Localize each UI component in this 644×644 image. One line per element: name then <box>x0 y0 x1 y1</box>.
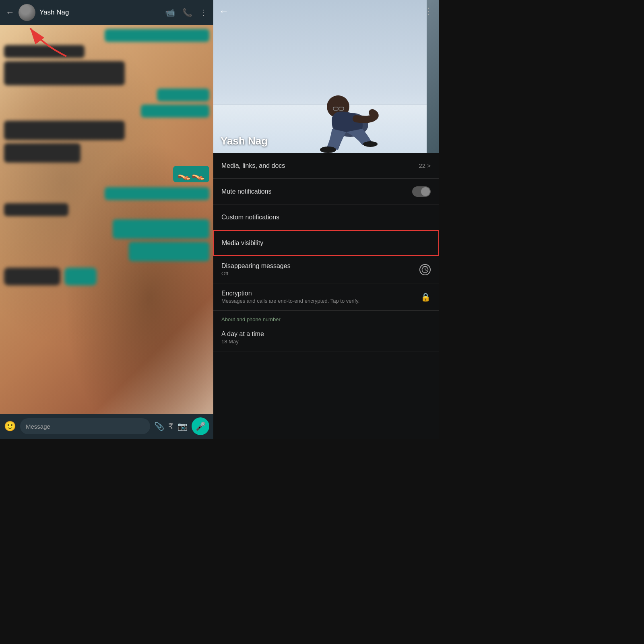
disappearing-status: Off <box>221 270 291 277</box>
encryption-subtitle: Messages and calls are end-to-end encryp… <box>221 298 359 304</box>
emoji-button[interactable]: 🙂 <box>4 421 16 432</box>
mic-button[interactable]: 🎤 <box>192 417 209 435</box>
chat-header: ← Yash Nag 📹 📞 ⋮ <box>0 0 213 25</box>
more-options-icon[interactable]: ⋮ <box>200 8 208 17</box>
message-placeholder: Message <box>26 423 50 430</box>
chat-background: 👡👡 <box>0 25 213 414</box>
menu-item-content: Media, links, and docs <box>221 162 285 169</box>
video-call-icon[interactable]: 📹 <box>165 8 175 17</box>
menu-item-content: Encryption Messages and calls are end-to… <box>221 290 359 304</box>
lock-icon: 🔒 <box>421 292 431 302</box>
back-button[interactable]: ← <box>6 7 14 18</box>
encryption-title: Encryption <box>221 290 359 297</box>
bubble-received <box>4 61 125 85</box>
camera-icon[interactable]: 📷 <box>178 421 188 431</box>
svg-point-8 <box>320 147 336 153</box>
profile-name-section: Yash Nag <box>221 135 268 147</box>
mute-title: Mute notifications <box>221 188 272 195</box>
bubble-sent <box>113 219 209 239</box>
bubble-received <box>4 143 80 163</box>
menu-item-content: Mute notifications <box>221 188 272 195</box>
bubble-sent <box>105 29 209 42</box>
toggle-thumb <box>421 187 430 196</box>
mic-icon: 🎤 <box>196 421 206 431</box>
about-value: A day at a time <box>221 330 264 338</box>
avatar[interactable] <box>19 4 35 21</box>
disappearing-messages-item[interactable]: Disappearing messages Off <box>213 256 439 283</box>
media-visibility-title: Media visibility <box>222 239 263 247</box>
chat-messages: 👡👡 <box>0 25 213 289</box>
media-count: 22 > <box>419 162 431 169</box>
menu-item-content: Media visibility <box>222 239 263 247</box>
chat-panel: ← Yash Nag 📹 📞 ⋮ 👡 <box>0 0 213 439</box>
profile-panel: ← ⋮ Yash Nag Media, links, and docs 22 >… <box>213 0 439 439</box>
menu-item-content: A day at a time 18 May <box>221 330 264 345</box>
profile-more-options[interactable]: ⋮ <box>424 6 433 17</box>
bubble-received <box>4 203 68 216</box>
bubble-sent <box>157 89 209 101</box>
menu-item-content: Custom notifications <box>221 214 279 221</box>
chat-input-bar: 🙂 Message 📎 ₹ 📷 🎤 <box>0 414 213 439</box>
profile-photo-section: ← ⋮ Yash Nag <box>213 0 439 153</box>
svg-point-9 <box>363 141 378 147</box>
media-links-title: Media, links, and docs <box>221 162 285 169</box>
bubble-received <box>4 45 85 58</box>
message-input[interactable]: Message <box>20 418 150 434</box>
mute-notifications-item[interactable]: Mute notifications <box>213 179 439 204</box>
profile-photo <box>213 0 427 153</box>
profile-name: Yash Nag <box>221 135 268 147</box>
profile-top-bar: ← ⋮ <box>213 0 439 23</box>
encryption-right: 🔒 <box>421 292 431 302</box>
about-item[interactable]: A day at a time 18 May <box>213 324 439 351</box>
custom-notifications-item[interactable]: Custom notifications <box>213 204 439 230</box>
contact-name[interactable]: Yash Nag <box>39 8 161 17</box>
bubble-sent <box>129 242 209 261</box>
profile-menu-list: Media, links, and docs 22 > Mute notific… <box>213 153 439 439</box>
header-actions: 📹 📞 ⋮ <box>165 8 208 17</box>
disappearing-title: Disappearing messages <box>221 262 291 270</box>
custom-notifications-title: Custom notifications <box>221 214 279 221</box>
payment-icon[interactable]: ₹ <box>168 421 173 431</box>
emoji-bubble: 👡👡 <box>173 166 209 182</box>
about-section-label: About and phone number <box>213 311 439 324</box>
bubble-sent <box>141 105 209 118</box>
about-date: 18 May <box>221 339 264 345</box>
media-links-docs-item[interactable]: Media, links, and docs 22 > <box>213 153 439 179</box>
disappearing-clock-icon <box>419 264 431 275</box>
mute-toggle[interactable] <box>412 186 431 197</box>
menu-item-content: Disappearing messages Off <box>221 262 291 277</box>
bubble-received <box>4 121 125 140</box>
media-links-right: 22 > <box>419 162 431 169</box>
voice-call-icon[interactable]: 📞 <box>182 8 192 17</box>
attach-icon[interactable]: 📎 <box>154 421 164 431</box>
profile-back-button[interactable]: ← <box>219 6 229 17</box>
disappearing-right <box>419 264 431 275</box>
encryption-item[interactable]: Encryption Messages and calls are end-to… <box>213 283 439 311</box>
mute-toggle-section <box>412 186 431 197</box>
bubble-sent <box>105 187 209 200</box>
media-visibility-item[interactable]: Media visibility <box>213 230 439 256</box>
